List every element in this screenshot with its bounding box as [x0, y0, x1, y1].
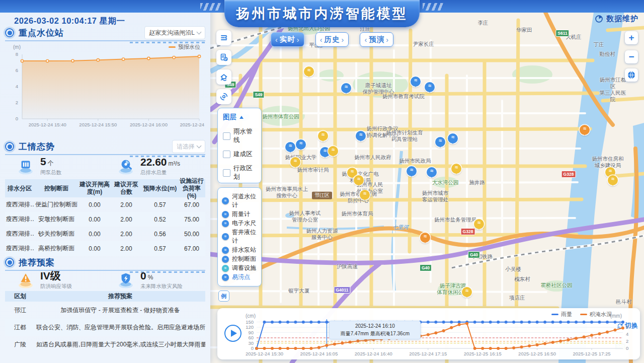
checkbox[interactable]	[223, 169, 230, 177]
map-marker-blue[interactable]	[425, 82, 435, 92]
data-maintenance-button[interactable]: 数据维护	[595, 14, 638, 24]
legend-swatch	[169, 46, 176, 48]
map-marker-yellow[interactable]	[451, 164, 461, 174]
map-marker-yellow[interactable]	[462, 287, 472, 297]
typhoon-icon-button[interactable]	[216, 89, 231, 104]
svg-text:2025-12-24 17:15: 2025-12-24 17:15	[409, 351, 447, 356]
table-row: 广陵如遇台风或暴雨,日降雨量大于200毫米,或连续三小时最大降雨量大于100毫米…	[5, 336, 205, 353]
map-marker-blue[interactable]	[448, 133, 458, 143]
station-select-dropdown[interactable]: 赵家支沟涵闸沿L	[144, 26, 205, 39]
map-marker-orange[interactable]	[580, 125, 590, 135]
column-header: 排水分区	[5, 185, 34, 192]
table-row: 江都联合公安、消防、应急管理局开展联合抢险。启用应急避难场所，开放公共设施作…	[5, 319, 205, 336]
map-marker-yellow[interactable]	[360, 190, 370, 200]
map-marker-blue[interactable]	[341, 83, 351, 93]
layers-panel-header[interactable]: 图层	[223, 113, 256, 122]
pie-clock-icon	[595, 15, 603, 23]
table-row: 瘦西湖排…安墩控制断面0.002.000.5275.00	[5, 212, 205, 227]
chevron-down-icon	[197, 143, 202, 149]
table-row: 瘦西湖排…钞关控制断面0.002.000.5650.00	[5, 227, 205, 241]
map-marker-orange[interactable]	[420, 233, 430, 243]
station-chart-block[interactable]: (m) 预报水位 024682025-12-24 15:402025-12-24…	[5, 43, 205, 134]
engineering-stats: 5个闸泵总数22.60m³/s总排水总量	[5, 155, 205, 177]
map-marker-yellow[interactable]	[354, 175, 364, 185]
legend-item-易涝点[interactable]: 易涝点	[222, 273, 257, 281]
layer-label: 雨水管线	[233, 127, 256, 144]
table-cell: 67.00	[178, 201, 205, 208]
basemap-globe-button[interactable]	[625, 68, 638, 82]
svg-text:2025-12-24 16:00: 2025-12-24 16:00	[130, 122, 168, 127]
map-pin-icon	[222, 247, 229, 254]
map-marker-yellow[interactable]	[290, 157, 300, 167]
map-marker-blue[interactable]	[407, 166, 417, 176]
collapse-arrow-icon	[239, 114, 244, 119]
section-title: 重点水位站	[19, 27, 64, 39]
svg-text:0: 0	[16, 116, 18, 121]
plan-table: 区划推荐预案邗江加强值班值守 - 开展巡查检查 - 做好物资准备江都联合公安、消…	[5, 291, 205, 353]
map-marker-blue[interactable]	[435, 137, 445, 147]
map-marker-blue[interactable]	[427, 167, 437, 177]
map-marker-yellow[interactable]	[608, 175, 618, 185]
engineering-select-dropdown[interactable]: 请选择	[172, 140, 205, 153]
map-pin-icon	[222, 233, 229, 240]
mode-button-历史[interactable]: 历史	[315, 32, 349, 47]
table-cell: 2.00	[111, 231, 142, 238]
svg-text:2025-12-25 17:25: 2025-12-25 17:25	[573, 351, 611, 356]
legend-item-雨量计[interactable]: 雨量计	[222, 210, 257, 219]
svg-text:90: 90	[248, 330, 254, 335]
layers-panel: 图层 雨水管线建成区行政区划排水分区	[217, 108, 262, 183]
station-level-chart[interactable]: 024682025-12-24 15:402025-12-24 15:50202…	[5, 48, 205, 135]
table-cell: 高桥控制断面	[34, 244, 78, 253]
layer-item-雨水管线[interactable]: 雨水管线	[223, 127, 256, 144]
svg-text:4: 4	[626, 331, 628, 337]
map-marker-yellow[interactable]	[318, 131, 328, 141]
column-header: 设施运行负荷率(%)	[178, 177, 205, 200]
data-maintenance-label: 数据维护	[606, 14, 638, 24]
mode-button-预演[interactable]: 预演	[360, 32, 393, 47]
svg-text:2025-12-24 15:30: 2025-12-24 15:30	[246, 351, 283, 356]
legend-toggle-button[interactable]: 例	[218, 291, 229, 302]
legend-item-排水泵站[interactable]: 排水泵站	[222, 246, 257, 254]
map-marker-yellow[interactable]	[328, 146, 338, 156]
table-cell: 50.00	[178, 231, 205, 238]
legend-item-河道水位计[interactable]: 河道水位计	[222, 192, 257, 209]
map-marker-blue[interactable]	[285, 142, 295, 152]
tooltip-values: 雨量7.47mm 最高积淹17.36cm	[333, 330, 417, 338]
svg-text:150: 150	[246, 319, 254, 325]
column-header: 预降水位(m)	[142, 185, 178, 192]
map-marker-yellow[interactable]	[304, 66, 314, 77]
stat-value: 5	[40, 156, 46, 167]
layer-label: 行政区划	[233, 164, 256, 181]
section-header-engineering: 工情态势 请选择	[5, 139, 205, 155]
map-marker-blue[interactable]	[296, 139, 306, 150]
table-cell: 加强值班值守 - 开展巡查检查 - 做好物资准备	[35, 306, 205, 315]
legend-item-电子水尺[interactable]: 电子水尺	[222, 219, 257, 228]
app-window: 李庄华家田大机庄江庄尹家长庄平山乡扬州北出入口公园唐子城遗址 保护管理中心扬州市…	[0, 0, 644, 363]
rainfall-depth-chart[interactable]: 030609012015002462025-12-24 15:302025-12…	[232, 316, 631, 358]
checkbox[interactable]	[223, 132, 230, 140]
checkbox[interactable]	[223, 151, 230, 158]
svg-text:30: 30	[248, 340, 254, 346]
table-cell: 安墩控制断面	[34, 215, 78, 224]
map-marker-blue[interactable]	[356, 131, 366, 141]
map-marker-yellow[interactable]	[474, 219, 484, 229]
layer-item-建成区[interactable]: 建成区	[223, 150, 256, 159]
layer-item-行政区划[interactable]: 行政区划	[223, 164, 256, 181]
svg-text:2025-12-24 16:40: 2025-12-24 16:40	[355, 351, 392, 356]
page-title: 扬州市城市内涝智能模型	[236, 5, 408, 23]
legend-item-窨井液位计[interactable]: 窨井液位计	[222, 228, 257, 245]
zoom-in-button[interactable]: +	[625, 31, 638, 44]
map-marker-blue[interactable]	[411, 77, 421, 87]
flood-house-icon-button[interactable]	[216, 69, 231, 85]
chart-tooltip: 2025-12-24 16:10 雨量7.47mm 最高积淹17.36cm	[329, 321, 421, 339]
collapse-icon-button[interactable]	[216, 30, 231, 45]
scheme-report-icon-button[interactable]	[216, 50, 231, 65]
mode-button-实时[interactable]: 实时	[271, 32, 304, 47]
legend-item-控制断面[interactable]: 控制断面	[222, 255, 257, 263]
zoom-out-button[interactable]: −	[625, 50, 638, 63]
legend-item-调蓄设施[interactable]: 调蓄设施	[222, 264, 257, 272]
stat-unit: m³/s	[169, 160, 180, 167]
table-cell: 便益门控制断面	[34, 200, 78, 209]
table-cell: 2.00	[111, 216, 142, 223]
svg-text:2025-12-24 15:40: 2025-12-24 15:40	[29, 122, 66, 127]
